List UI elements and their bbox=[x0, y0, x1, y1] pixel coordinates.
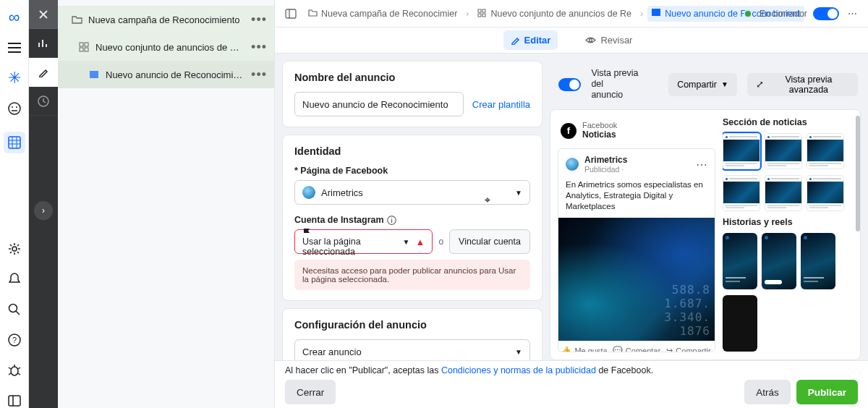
ig-account-select[interactable]: Usar la página seleccionada ▼▲ bbox=[294, 229, 433, 254]
terms-link[interactable]: Condiciones y normas de la publicidad bbox=[441, 365, 596, 375]
tree-adset-label: Nuevo conjunto de anuncios de Recon… bbox=[95, 42, 245, 53]
placement-thumb[interactable] bbox=[765, 133, 802, 169]
share-action-button[interactable]: ↪ Compartir bbox=[663, 341, 715, 352]
collapse-panel-icon[interactable] bbox=[284, 7, 298, 21]
breadcrumb-adset[interactable]: Nuevo conjunto de anuncios de Re bbox=[473, 6, 636, 22]
facebook-logo-icon: f bbox=[561, 123, 576, 139]
preview-title-2: anuncio bbox=[591, 90, 623, 100]
mode-tabbar: Editar Revisar bbox=[275, 27, 868, 54]
preview-surface: Noticias bbox=[582, 129, 617, 140]
svg-rect-3 bbox=[9, 137, 20, 148]
pencil-icon[interactable] bbox=[29, 58, 58, 87]
create-ad-select[interactable]: Crear anuncio ▼ bbox=[294, 339, 530, 360]
back-button[interactable]: Atrás bbox=[744, 380, 791, 404]
more-icon[interactable]: ••• bbox=[251, 12, 267, 27]
tab-edit[interactable]: Editar bbox=[503, 30, 558, 50]
publish-button[interactable]: Publicar bbox=[796, 380, 858, 404]
ig-account-label: Cuenta de Instagram bbox=[294, 215, 384, 225]
link-account-button[interactable]: Vincular cuenta bbox=[449, 229, 530, 254]
close-icon[interactable] bbox=[29, 0, 58, 29]
placement-thumb[interactable] bbox=[723, 133, 760, 169]
identity-card: Identidad * Página de Facebook Arimetric… bbox=[282, 135, 542, 301]
meta-logo-icon[interactable]: ∞ bbox=[7, 10, 22, 25]
overflow-icon[interactable]: ⋯ bbox=[845, 7, 859, 21]
tab-edit-label: Editar bbox=[524, 35, 551, 46]
breadcrumb-adset-label: Nuevo conjunto de anuncios de Re bbox=[490, 9, 631, 19]
like-button[interactable]: 👍 Me gusta bbox=[558, 341, 610, 352]
campaign-tree: Nueva campaña de Reconocimiento ••• Nuev… bbox=[58, 0, 275, 408]
search-icon[interactable] bbox=[7, 302, 22, 317]
more-icon[interactable]: ••• bbox=[251, 40, 267, 55]
form-column: Nombre del anuncio Crear plantilla Ident… bbox=[275, 54, 550, 360]
footer-disclaimer: Al hacer clic en "Publicar", aceptas las… bbox=[285, 365, 858, 375]
chevron-right-icon[interactable]: › bbox=[34, 201, 53, 220]
svg-rect-14 bbox=[85, 48, 88, 51]
advanced-preview-button[interactable]: ⤢Vista previa avanzada bbox=[747, 73, 858, 96]
publish-toggle[interactable] bbox=[813, 7, 839, 20]
help-icon[interactable]: ? bbox=[7, 333, 22, 347]
close-button[interactable]: Cerrar bbox=[285, 380, 336, 404]
tree-campaign[interactable]: Nueva campaña de Reconocimiento ••• bbox=[58, 6, 274, 33]
ad-name-input[interactable] bbox=[294, 92, 464, 116]
more-icon[interactable]: ••• bbox=[251, 67, 267, 82]
svg-rect-20 bbox=[482, 14, 485, 17]
create-template-link[interactable]: Crear plantilla bbox=[472, 99, 530, 110]
info-icon[interactable]: i bbox=[387, 216, 396, 225]
create-ad-value: Crear anuncio bbox=[302, 347, 362, 357]
preview-column: Vista previa delanuncio Compartir▼ ⤢Vist… bbox=[550, 54, 868, 360]
gear-icon[interactable] bbox=[7, 242, 22, 256]
tree-ad-label: Nuevo anuncio de Reconocimiento bbox=[106, 69, 245, 80]
clock-icon[interactable] bbox=[29, 87, 58, 116]
story-thumb[interactable] bbox=[762, 233, 796, 289]
status-label: En borrador bbox=[760, 9, 807, 19]
panel-icon[interactable] bbox=[7, 394, 22, 408]
more-icon[interactable]: ⋯ bbox=[696, 158, 707, 171]
brand-avatar-icon bbox=[566, 158, 579, 171]
tree-adset[interactable]: Nuevo conjunto de anuncios de Recon… ••• bbox=[58, 33, 274, 61]
breadcrumb-campaign[interactable]: Nueva campaña de Reconocimier bbox=[304, 6, 461, 22]
svg-point-2 bbox=[16, 106, 17, 108]
editor-main: Nueva campaña de Reconocimier › Nuevo co… bbox=[275, 0, 868, 408]
folder-icon bbox=[71, 14, 82, 25]
svg-rect-16 bbox=[286, 9, 296, 18]
scrollbar[interactable] bbox=[856, 110, 860, 360]
bell-icon[interactable] bbox=[7, 272, 22, 286]
hamburger-icon[interactable] bbox=[7, 41, 22, 55]
bug-icon[interactable] bbox=[7, 363, 22, 378]
tree-ad[interactable]: Nuevo anuncio de Reconocimiento ••• bbox=[58, 61, 274, 88]
feed-meta: Publicidad · bbox=[584, 165, 627, 174]
identity-title: Identidad bbox=[294, 145, 530, 157]
fb-page-select[interactable]: Arimetrics ▼ bbox=[294, 180, 530, 205]
ig-account-value: Usar la página seleccionada bbox=[302, 237, 361, 257]
placement-thumb[interactable] bbox=[807, 175, 844, 211]
or-text: o bbox=[438, 237, 443, 247]
svg-rect-15 bbox=[90, 71, 98, 78]
chart-icon[interactable] bbox=[29, 29, 58, 58]
status-dot-icon bbox=[745, 11, 751, 17]
feed-card: ArimetricsPublicidad · ⋯ En Arimetrics s… bbox=[558, 148, 715, 352]
ad-config-title: Configuración del anuncio bbox=[294, 319, 530, 331]
atom-icon[interactable]: ✳︎ bbox=[7, 71, 22, 85]
share-button[interactable]: Compartir▼ bbox=[668, 73, 737, 96]
placement-thumb[interactable] bbox=[723, 175, 760, 211]
tab-review[interactable]: Revisar bbox=[578, 30, 639, 50]
footer-bar: Al hacer clic en "Publicar", aceptas las… bbox=[275, 360, 868, 408]
svg-text:?: ? bbox=[12, 336, 16, 344]
preview-toggle[interactable] bbox=[558, 78, 581, 91]
story-thumb[interactable] bbox=[801, 233, 835, 289]
comment-button[interactable]: 💬 Comentar bbox=[610, 341, 663, 352]
tree-campaign-label: Nueva campaña de Reconocimiento bbox=[88, 14, 245, 25]
svg-rect-13 bbox=[80, 48, 83, 51]
emoji-icon[interactable] bbox=[7, 101, 22, 116]
svg-point-22 bbox=[590, 39, 592, 42]
chevron-down-icon: ▼ bbox=[515, 189, 522, 197]
ads-manager-icon[interactable] bbox=[4, 132, 25, 153]
story-thumb[interactable] bbox=[723, 295, 757, 352]
story-thumb[interactable] bbox=[723, 233, 757, 289]
svg-rect-19 bbox=[478, 14, 481, 17]
svg-point-1 bbox=[12, 106, 13, 108]
placement-thumb[interactable] bbox=[765, 175, 802, 211]
svg-point-8 bbox=[11, 367, 18, 375]
warning-icon: ▲ bbox=[416, 237, 425, 247]
placement-thumb[interactable] bbox=[807, 133, 844, 169]
